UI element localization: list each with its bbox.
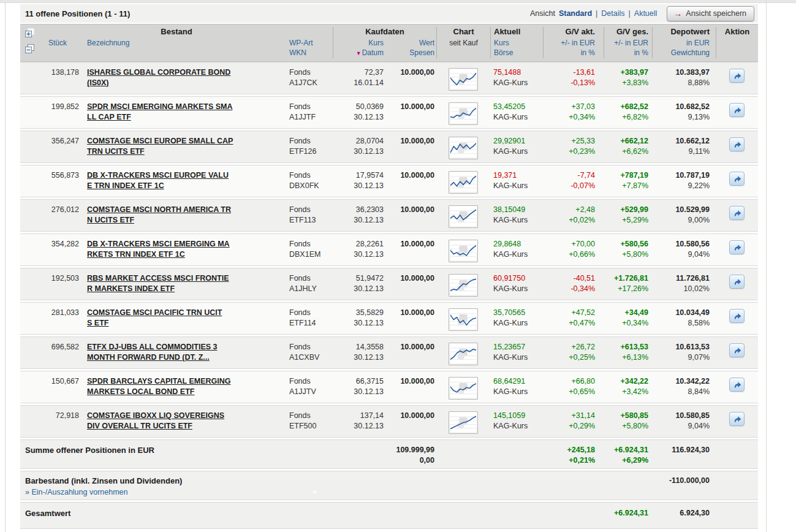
sparkline-thumbnail[interactable] (449, 343, 478, 365)
purchase-cell: 137,14 30.12.13 (333, 411, 386, 437)
fund-name-cell: COMSTAGE MSCI EUROPE SMALL CAP TRN UCITS… (81, 136, 285, 162)
position-value-cell: 11.726,81 10,02% (652, 273, 716, 300)
gv-today-eur: +47,52 (543, 308, 595, 318)
forward-arrow-icon (732, 346, 742, 355)
trade-action-button[interactable] (729, 378, 745, 392)
view-tab-details[interactable]: Details (601, 9, 624, 18)
sort-gvges-eur-link[interactable]: +/- in EUR (614, 38, 648, 48)
position-value-cell: 10.342,22 8,84% (652, 376, 716, 403)
gv-today-pct: +0,23% (543, 146, 595, 157)
sort-spesen-link[interactable]: Spesen (409, 48, 434, 58)
gv-today-eur: +31,14 (543, 411, 595, 421)
current-price-cell: 29,92901 KAG-Kurs (490, 136, 543, 162)
trade-action-button[interactable] (729, 412, 745, 426)
deposit-withdraw-link[interactable]: » Ein-/Auszahlung vornehmen (25, 487, 436, 498)
position-value-cell: 10.034,49 8,58% (652, 308, 716, 334)
purchase-price: 35,5829 (333, 308, 384, 318)
fund-name-link[interactable]: COMSTAGE IBOXX LIQ SOVEREIGNS DIV OVERAL… (87, 411, 285, 431)
sort-datum-link[interactable]: Datum (362, 48, 384, 58)
wkn: A1JJTV (289, 387, 333, 397)
fund-name-link[interactable]: SPDR MSCI EMERGING MARKETS SMA LL CAP ET… (87, 102, 285, 123)
trade-action-button[interactable] (729, 309, 745, 323)
fund-name-link[interactable]: DB X-TRACKERS MSCI EUROPE VALU E TRN IND… (87, 170, 285, 191)
sort-wpart-link[interactable]: WP-Art (289, 38, 313, 48)
wpart-wkn-cell: Fonds ETF500 (285, 411, 333, 437)
gv-today-cell: +66,80 +0,65% (543, 376, 604, 403)
sparkline-thumbnail[interactable] (449, 240, 478, 262)
fund-name-cell: DB X-TRACKERS MSCI EUROPE VALU E TRN IND… (81, 170, 285, 197)
trade-action-button[interactable] (729, 69, 745, 83)
position-weight: 8,88% (652, 78, 710, 88)
table-row: 199,852 SPDR MSCI EMERGING MARKETS SMA L… (20, 96, 758, 129)
trade-action-button[interactable] (729, 137, 745, 151)
trade-action-button[interactable] (729, 240, 745, 254)
current-price-cell: 145,1059 KAG-Kurs (490, 411, 543, 437)
table-row: 72,918 COMSTAGE IBOXX LIQ SOVEREIGNS DIV… (20, 405, 758, 438)
colgroup-bestand: Bestand (20, 27, 333, 38)
sort-depot-eur-link[interactable]: in EUR (686, 38, 710, 48)
sparkline-thumbnail[interactable] (449, 411, 478, 434)
trade-action-button[interactable] (729, 206, 745, 220)
sort-boerse-link[interactable]: Börse (494, 48, 513, 58)
fund-name-link[interactable]: COMSTAGE MSCI EUROPE SMALL CAP TRN UCITS… (87, 136, 285, 157)
sparkline-thumbnail[interactable] (449, 137, 478, 159)
sparkline-thumbnail[interactable] (449, 68, 478, 91)
fund-name-cell: ETFX DJ-UBS ALL COMMODITIES 3 MONTH FORW… (81, 342, 285, 368)
sparkline-thumbnail[interactable] (449, 377, 478, 400)
purchase-value: 10.000,00 (386, 376, 436, 403)
sort-gvges-pct-link[interactable]: in % (634, 48, 648, 58)
sort-bezeichnung-link[interactable]: Bezeichnung (87, 38, 129, 48)
fund-name-link[interactable]: COMSTAGE MSCI NORTH AMERICA TR N UCITS E… (87, 205, 285, 226)
purchase-price: 36,2303 (333, 205, 384, 215)
gv-today-eur: +37,03 (543, 102, 595, 112)
collapse-all-icon[interactable] (25, 44, 35, 54)
gv-today-pct: -0,13% (543, 78, 595, 88)
action-cell (716, 273, 758, 300)
sparkline-thumbnail[interactable] (449, 308, 478, 331)
sort-aktkurs-link[interactable]: Kurs (494, 38, 509, 48)
sparkline-thumbnail[interactable] (449, 274, 478, 297)
purchase-value: 10.000,00 (386, 170, 436, 197)
fund-name-link[interactable]: COMSTAGE MSCI PACIFIC TRN UCIT S ETF (87, 308, 285, 329)
save-view-button[interactable]: → Ansicht speichern (667, 6, 754, 21)
fund-name-link[interactable]: RBS MARKET ACCESS MSCI FRONTIE R MARKETS… (87, 273, 285, 294)
position-value-eur: 10.383,97 (652, 67, 710, 78)
shares-count: 276,012 (20, 205, 81, 231)
wp-art: Fonds (289, 205, 333, 215)
fund-name-link[interactable]: ISHARES GLOBAL CORPORATE BOND (IS0X) (87, 67, 285, 88)
sort-wert-link[interactable]: Wert (419, 38, 434, 48)
gv-today-cell: +2,48 +0,02% (543, 205, 604, 231)
trade-action-button[interactable] (729, 343, 745, 357)
sort-gvakt-eur-link[interactable]: +/- in EUR (561, 38, 595, 48)
sort-stueck-link[interactable]: Stück (48, 38, 67, 48)
position-weight: 10,02% (652, 284, 710, 294)
sort-wkn-link[interactable]: WKN (289, 48, 306, 58)
sort-kaufkurs-link[interactable]: Kurs (368, 38, 384, 48)
trade-action-button[interactable] (729, 172, 745, 186)
fund-name-link[interactable]: DB X-TRACKERS MSCI EMERGING MA RKETS TRN… (87, 239, 285, 260)
position-value-cell: 10.580,56 9,04% (652, 239, 716, 265)
sort-gvakt-pct-link[interactable]: in % (581, 48, 595, 58)
colgroup-gv-ges: G/V ges. (604, 27, 652, 38)
position-value-eur: 10.580,56 (652, 239, 710, 249)
sum-label: Summe offener Positionen in EUR (20, 445, 333, 468)
sparkline-chart-icon (450, 310, 476, 329)
view-tab-standard[interactable]: Standard (559, 9, 592, 18)
expand-all-icon[interactable] (25, 28, 35, 38)
gv-total-cell: +787,19 +7,87% (604, 170, 652, 197)
gv-total-eur: +34,49 (604, 308, 648, 318)
trade-action-button[interactable] (729, 103, 745, 117)
sparkline-thumbnail[interactable] (449, 102, 478, 125)
purchase-date: 30.12.13 (333, 387, 384, 397)
sparkline-chart-icon (450, 104, 476, 123)
purchase-date: 30.12.13 (333, 112, 384, 123)
fund-name-link[interactable]: SPDR BARCLAYS CAPITAL EMERGING MARKETS L… (87, 376, 285, 397)
fund-name-link[interactable]: ETFX DJ-UBS ALL COMMODITIES 3 MONTH FORW… (87, 342, 285, 363)
trade-action-button[interactable] (729, 275, 745, 289)
gv-total-eur: +580,56 (604, 239, 648, 249)
sparkline-thumbnail[interactable] (449, 205, 478, 228)
sparkline-thumbnail[interactable] (449, 171, 478, 194)
view-tab-aktuell[interactable]: Aktuell (634, 9, 658, 18)
colhead-wpart-wkn: WP-Art WKN (285, 38, 333, 58)
sort-gewichtung-link[interactable]: Gewichtung (671, 48, 710, 58)
